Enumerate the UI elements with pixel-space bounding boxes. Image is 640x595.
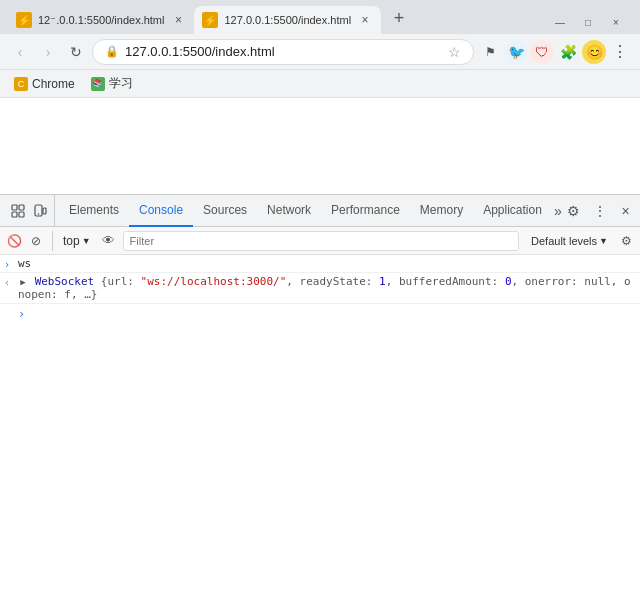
console-result-content[interactable]: ▶ WebSocket {url: "ws://localhost:3000/"…	[18, 275, 636, 301]
default-levels-label: Default levels	[531, 235, 597, 247]
tab1-close-button[interactable]: ×	[170, 12, 186, 28]
console-sub-arrow[interactable]: ›	[18, 305, 32, 321]
extensions-icon[interactable]: 🧩	[556, 40, 580, 64]
devtools-tab-bar: Elements Console Sources Network Perform…	[0, 195, 640, 227]
chrome-bookmark-icon: C	[14, 77, 28, 91]
devtools-device-icon[interactable]	[30, 201, 50, 221]
url-input-box[interactable]: 🔒 127.0.0.1:5500/index.html ☆	[92, 39, 474, 65]
svg-rect-3	[19, 212, 24, 217]
bookmark-study-label: 学习	[109, 75, 133, 92]
console-input-text: ws	[18, 257, 636, 270]
tab1-favicon: ⚡	[16, 12, 32, 28]
window-maximize-button[interactable]: □	[576, 10, 600, 34]
console-url-value: "ws://localhost:3000/"	[141, 275, 287, 288]
tab2-title: 127.0.0.1:5500/index.html	[224, 14, 351, 26]
devtools-settings-icon[interactable]: ⚙	[562, 199, 586, 223]
bookmarks-bar: C Chrome 📚 学习	[0, 70, 640, 98]
devtools-tab-network[interactable]: Network	[257, 195, 321, 227]
console-result-arrow: ‹	[4, 275, 18, 288]
address-bar: ‹ › ↻ 🔒 127.0.0.1:5500/index.html ☆ ⚑ 🐦 …	[0, 34, 640, 70]
window-minimize-button[interactable]: —	[548, 10, 572, 34]
devtools-inspect-icon[interactable]	[8, 201, 28, 221]
svg-rect-0	[12, 205, 17, 210]
reload-button[interactable]: ↻	[64, 40, 88, 64]
default-levels-arrow: ▼	[599, 236, 608, 246]
console-comma1: , bufferedAmount:	[386, 275, 505, 288]
bookmark-study[interactable]: 📚 学习	[85, 73, 139, 94]
devtools-tab-performance[interactable]: Performance	[321, 195, 410, 227]
devtools-more-options-icon[interactable]: ⋮	[588, 199, 612, 223]
cast-icon[interactable]: ⚑	[478, 40, 502, 64]
twitter-ext-icon[interactable]: 🐦	[504, 40, 528, 64]
svg-rect-5	[43, 208, 46, 214]
console-clear-icon[interactable]: 🚫	[4, 231, 24, 251]
console-object-props: , readyState:	[286, 275, 379, 288]
tab2-favicon: ⚡	[202, 12, 218, 28]
window-close-button[interactable]: ×	[604, 10, 628, 34]
console-bufferedamount-value: 0	[505, 275, 512, 288]
console-settings-icon[interactable]: ⚙	[616, 231, 636, 251]
page-content-area	[0, 98, 640, 194]
context-label: top	[63, 234, 80, 248]
tab1-title: 12⁻.0.0.1:5500/index.html	[38, 14, 164, 27]
back-button[interactable]: ‹	[8, 40, 32, 64]
console-row-result: ‹ ▶ WebSocket {url: "ws://localhost:3000…	[0, 273, 640, 304]
shield-ext-icon[interactable]: 🛡	[530, 40, 554, 64]
devtools-tab-application[interactable]: Application	[473, 195, 552, 227]
context-dropdown-arrow: ▼	[82, 236, 91, 246]
tab2-close-button[interactable]: ×	[357, 12, 373, 28]
default-levels-dropdown[interactable]: Default levels ▼	[527, 233, 612, 249]
devtools-side-icons	[4, 195, 55, 227]
console-object-open-brace: {url:	[101, 275, 141, 288]
browser-tabs-bar: ⚡ 12⁻.0.0.1:5500/index.html × ⚡ 127.0.0.…	[0, 0, 640, 34]
security-lock-icon: 🔒	[105, 45, 119, 58]
forward-button[interactable]: ›	[36, 40, 60, 64]
console-left-icons: 🚫 ⊘	[4, 231, 53, 251]
bookmark-chrome-label: Chrome	[32, 77, 75, 91]
console-filter-icon[interactable]: ⊘	[26, 231, 46, 251]
devtools-tab-elements[interactable]: Elements	[59, 195, 129, 227]
svg-point-6	[38, 213, 40, 215]
context-selector[interactable]: top ▼	[59, 232, 95, 250]
console-eye-icon[interactable]: 👁	[99, 231, 119, 251]
new-tab-button[interactable]: +	[385, 4, 413, 32]
browser-tab-2[interactable]: ⚡ 127.0.0.1:5500/index.html ×	[194, 6, 381, 34]
devtools-close-icon[interactable]: ×	[614, 199, 638, 223]
console-object-type: WebSocket	[35, 275, 101, 288]
console-toolbar: 🚫 ⊘ top ▼ 👁 Default levels ▼ ⚙	[0, 227, 640, 255]
console-output: › ws ‹ ▶ WebSocket {url: "ws://localhost…	[0, 255, 640, 595]
devtools-panel: Elements Console Sources Network Perform…	[0, 194, 640, 595]
devtools-tab-memory[interactable]: Memory	[410, 195, 473, 227]
browser-toolbar-icons: ⚑ 🐦 🛡 🧩 😊 ⋮	[478, 40, 632, 64]
console-input-arrow: ›	[4, 257, 18, 270]
console-expand-arrow[interactable]: ▶	[18, 277, 28, 287]
console-expand-row: ›	[0, 304, 640, 322]
devtools-tab-console[interactable]: Console	[129, 195, 193, 227]
devtools-more-tabs-button[interactable]: »	[554, 199, 562, 223]
console-readystate-value: 1	[379, 275, 386, 288]
settings-menu-icon[interactable]: ⋮	[608, 40, 632, 64]
devtools-right-icons: ⚙ ⋮ ×	[562, 199, 638, 223]
bookmark-chrome[interactable]: C Chrome	[8, 75, 81, 93]
url-text: 127.0.0.1:5500/index.html	[125, 44, 442, 59]
console-row-input: › ws	[0, 255, 640, 273]
devtools-tab-sources[interactable]: Sources	[193, 195, 257, 227]
profile-icon[interactable]: 😊	[582, 40, 606, 64]
study-bookmark-icon: 📚	[91, 77, 105, 91]
console-filter-input[interactable]	[123, 231, 519, 251]
bookmark-star-icon[interactable]: ☆	[448, 44, 461, 60]
svg-rect-2	[12, 212, 17, 217]
svg-rect-1	[19, 205, 24, 210]
browser-tab-1[interactable]: ⚡ 12⁻.0.0.1:5500/index.html ×	[8, 6, 194, 34]
